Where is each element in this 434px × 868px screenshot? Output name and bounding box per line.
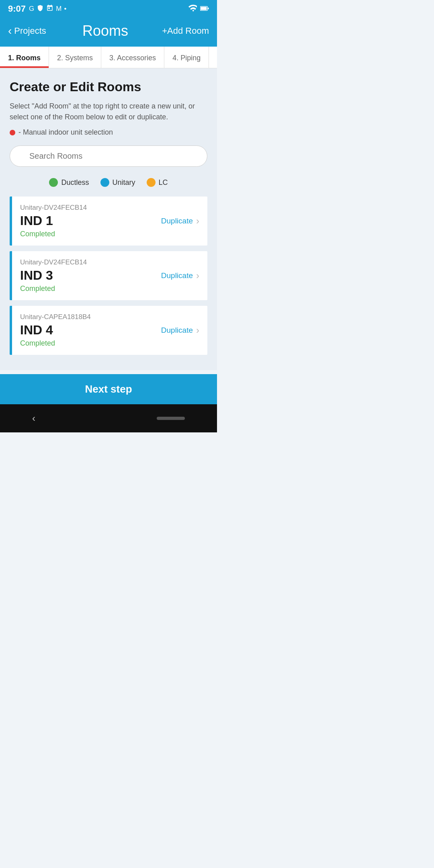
dot-icon: • [64,5,66,13]
lc-dot [147,178,156,187]
ductless-dot [49,178,58,187]
google-icon: G [29,5,34,13]
duplicate-button-ind4[interactable]: Duplicate [161,326,193,335]
add-room-button[interactable]: +Add Room [162,26,209,36]
room-model-ind1: Unitary-DV24FECB14 [20,204,161,212]
lc-label: LC [159,178,168,187]
bottom-nav-bar: ‹ [0,404,217,432]
room-name-ind1: IND 1 [20,213,161,228]
room-status-ind4: Completed [20,339,161,348]
room-name-ind3: IND 3 [20,268,161,283]
svg-rect-2 [208,7,209,9]
room-info-ind1: Unitary-DV24FECB14 IND 1 Completed [20,204,161,238]
room-card-ind3[interactable]: Unitary-DV24FECB14 IND 3 Completed Dupli… [10,251,207,300]
page-title: Create or Edit Rooms [10,80,207,94]
tab-quote[interactable]: 5. Quote [209,47,217,68]
legend-lc: LC [147,178,168,187]
chevron-right-icon-ind1: › [196,215,199,227]
room-status-ind1: Completed [20,230,161,238]
legend: Ductless Unitary LC [10,178,207,187]
ductless-label: Ductless [61,178,89,187]
red-dot-icon [10,130,15,135]
legend-unitary: Unitary [100,178,135,187]
bottom-back-icon[interactable]: ‹ [32,413,35,424]
room-model-ind4: Unitary-CAPEA1818B4 [20,313,161,321]
room-actions-ind4: Duplicate › [161,325,199,336]
wifi-icon [188,4,197,14]
duplicate-button-ind1[interactable]: Duplicate [161,217,193,225]
status-time: 9:07 [8,4,26,14]
content-area: Create or Edit Rooms Select "Add Room" a… [0,68,217,370]
status-bar-right [188,4,209,14]
room-status-ind3: Completed [20,285,161,293]
page-description: Select "Add Room" at the top right to cr… [10,101,207,123]
back-chevron-icon: ‹ [8,25,12,37]
unitary-dot [100,178,109,187]
app-header: ‹ Projects Rooms +Add Room [0,18,217,47]
page-header-title: Rooms [82,23,128,39]
search-input[interactable] [10,145,207,167]
chevron-right-icon-ind3: › [196,270,199,281]
status-bar: 9:07 G M • [0,0,217,18]
search-wrapper [10,145,207,167]
manual-text: - Manual indoor unit selection [18,128,113,137]
room-info-ind3: Unitary-DV24FECB14 IND 3 Completed [20,258,161,293]
search-container [10,145,207,167]
room-name-ind4: IND 4 [20,323,161,338]
room-actions-ind3: Duplicate › [161,270,199,281]
svg-rect-1 [201,7,207,10]
shield-icon [37,4,44,14]
chevron-right-icon-ind4: › [196,325,199,336]
duplicate-button-ind3[interactable]: Duplicate [161,271,193,280]
projects-label: Projects [14,26,46,36]
status-icons: G M • [29,4,66,14]
battery-icon [200,5,209,13]
tab-accessories[interactable]: 3. Accessories [101,47,164,68]
tab-piping[interactable]: 4. Piping [164,47,209,68]
next-step-label: Next step [85,383,132,395]
tab-bar: 1. Rooms 2. Systems 3. Accessories 4. Pi… [0,47,217,68]
mail-icon: M [56,5,61,13]
tab-systems[interactable]: 2. Systems [49,47,101,68]
manual-indicator: - Manual indoor unit selection [10,128,207,137]
tab-rooms[interactable]: 1. Rooms [0,47,49,68]
back-nav[interactable]: ‹ Projects [8,25,46,37]
legend-ductless: Ductless [49,178,89,187]
unitary-label: Unitary [113,178,135,187]
status-bar-left: 9:07 G M • [8,4,66,14]
room-model-ind3: Unitary-DV24FECB14 [20,258,161,266]
room-actions-ind1: Duplicate › [161,215,199,227]
next-step-bar[interactable]: Next step [0,374,217,404]
room-info-ind4: Unitary-CAPEA1818B4 IND 4 Completed [20,313,161,348]
calendar-icon [46,4,53,14]
bottom-home-pill[interactable] [157,417,185,420]
room-card-ind4[interactable]: Unitary-CAPEA1818B4 IND 4 Completed Dupl… [10,306,207,355]
room-card-ind1[interactable]: Unitary-DV24FECB14 IND 1 Completed Dupli… [10,197,207,246]
